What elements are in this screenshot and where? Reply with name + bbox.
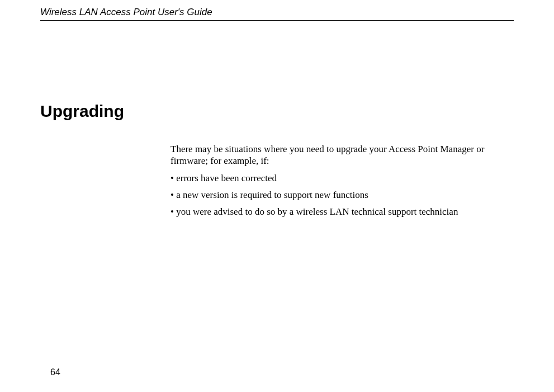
page-header: Wireless LAN Access Point User's Guide	[40, 7, 514, 21]
bullet-item: • a new version is required to support n…	[171, 189, 514, 201]
body-content: There may be situations where you need t…	[171, 143, 514, 223]
bullet-item: • you were advised to do so by a wireles…	[171, 206, 514, 218]
header-title: Wireless LAN Access Point User's Guide	[40, 7, 514, 18]
intro-paragraph: There may be situations where you need t…	[171, 143, 514, 167]
page-number: 64	[50, 367, 60, 377]
chapter-heading: Upgrading	[40, 102, 124, 121]
bullet-item: • errors have been corrected	[171, 172, 514, 184]
header-divider	[40, 20, 514, 21]
